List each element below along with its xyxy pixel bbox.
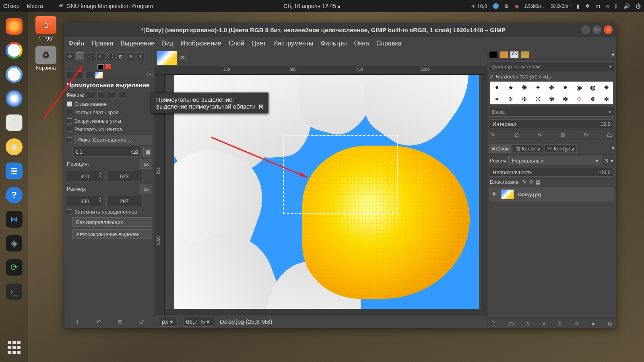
brush-item[interactable]: ◉: [572, 82, 586, 93]
layers-dock-menu[interactable]: ◂: [611, 144, 614, 153]
tab-brushes[interactable]: [489, 51, 498, 58]
menu-image[interactable]: Изображение: [181, 40, 221, 47]
dock-apps-button[interactable]: [8, 341, 21, 354]
tab-device[interactable]: [76, 72, 84, 79]
brush-edit-icon[interactable]: ✎: [491, 132, 495, 138]
brush-item[interactable]: ✺: [518, 82, 531, 93]
fixed-type-dropdown[interactable]: Фикс. Соотношение …: [74, 135, 152, 144]
dock-remote[interactable]: ⟳: [6, 259, 23, 276]
size-h-input[interactable]: 297: [106, 196, 142, 206]
brush-item[interactable]: ◍: [586, 82, 599, 93]
opt-feather[interactable]: Растушевать края: [64, 108, 155, 117]
tool-move[interactable]: ✥: [66, 52, 74, 60]
dock-writer[interactable]: ≣: [6, 162, 23, 179]
brush-item[interactable]: ❊: [531, 93, 545, 105]
brush-refresh-icon[interactable]: ↻: [584, 132, 588, 138]
lock-position-icon[interactable]: ✥: [529, 179, 533, 185]
opt-center[interactable]: Рисовать из центра: [64, 125, 155, 134]
brush-item[interactable]: ❋: [545, 82, 558, 93]
guides-dropdown[interactable]: Без направляющих: [72, 217, 152, 227]
dock-gripper[interactable]: ⋯⋯: [487, 140, 616, 143]
menu-layer[interactable]: Слой: [229, 40, 244, 47]
lock-pixels-icon[interactable]: ✎: [522, 179, 526, 185]
reset-icon[interactable]: ↺: [139, 319, 144, 326]
save-preset-icon[interactable]: ⤓: [75, 319, 80, 326]
menu-windows[interactable]: Окна: [354, 40, 369, 47]
image-tab-close[interactable]: ⊠: [179, 55, 186, 61]
status-unit-dropdown[interactable]: px ▾: [159, 317, 178, 327]
tool-rect-select[interactable]: ▭: [76, 52, 84, 60]
app-menu[interactable]: 👁 GNU Image Manipulation Program: [58, 3, 153, 9]
layer-row[interactable]: 👁 Daisy.jpg: [489, 187, 614, 202]
layer-mask-icon[interactable]: ▣: [590, 320, 596, 327]
status-zoom-dropdown[interactable]: 66,7 % ▾: [183, 317, 214, 327]
brush-item[interactable]: ✢: [572, 93, 586, 105]
mode-intersect[interactable]: [118, 91, 126, 99]
battery-icon[interactable]: ▮: [577, 3, 580, 9]
mode-switch-icon[interactable]: ⤭ ▾: [605, 158, 613, 164]
dock-terminal[interactable]: ›_: [6, 283, 23, 300]
brush-item[interactable]: ❈: [504, 93, 517, 105]
brush-item[interactable]: ✶: [490, 93, 504, 105]
brush-item[interactable]: ❉: [518, 93, 531, 105]
layer-group-icon[interactable]: 🗀: [508, 320, 514, 327]
titlebar[interactable]: *[Daisy] (импортировано)-1.0 (Цвета RGB …: [64, 23, 616, 37]
brush-item[interactable]: ✽: [559, 93, 572, 105]
close-button[interactable]: ✕: [604, 25, 613, 34]
desktop-home[interactable]: ⌂sergiy: [35, 16, 56, 41]
brush-open-icon[interactable]: 🗁: [607, 132, 613, 138]
tab-tool-options[interactable]: [66, 72, 74, 79]
brush-new-icon[interactable]: 🗋: [514, 132, 520, 138]
dock-thunderbird[interactable]: [6, 90, 23, 107]
selection-marquee[interactable]: [283, 135, 398, 214]
minimize-button[interactable]: –: [581, 25, 590, 34]
places-menu[interactable]: Места: [27, 3, 43, 9]
size-unit[interactable]: px: [140, 184, 152, 193]
menu-color[interactable]: Цвет: [252, 40, 266, 47]
dock-rhythmbox[interactable]: ◉: [6, 138, 23, 155]
layer-merge-icon[interactable]: ⫷: [573, 320, 579, 327]
tab-layers[interactable]: ≡ Слои: [489, 144, 512, 153]
mode-replace[interactable]: [87, 91, 95, 99]
weather-indicator[interactable]: ☀ 10,8: [471, 3, 487, 9]
volume-icon[interactable]: 🔊: [623, 3, 630, 9]
mode-add[interactable]: [97, 91, 105, 99]
menu-select[interactable]: Выделение: [120, 40, 155, 47]
qb-indicator[interactable]: [493, 3, 499, 9]
clock[interactable]: Сб, 10 апреля 12:45: [153, 3, 471, 9]
menu-filters[interactable]: Фильтры: [320, 40, 347, 47]
maximize-button[interactable]: □: [592, 25, 601, 34]
dock-files[interactable]: 🗀: [6, 114, 23, 131]
dock-tab-menu[interactable]: ◂: [147, 72, 153, 77]
brush-item[interactable]: ✾: [545, 93, 558, 105]
tool-free-select[interactable]: ◌: [86, 52, 94, 60]
v-scrollbar[interactable]: [481, 75, 487, 315]
menu-help[interactable]: Справка: [376, 40, 402, 47]
menu-view[interactable]: Вид: [162, 40, 173, 47]
h-scrollbar[interactable]: [165, 309, 487, 315]
tool-warp[interactable]: ≋: [126, 52, 134, 60]
brush-del-icon[interactable]: ⊠: [560, 132, 565, 138]
image-tab-daisy[interactable]: [157, 51, 178, 65]
ratio-field[interactable]: 1:1⌫: [72, 147, 141, 156]
layer-down-icon[interactable]: ∨: [542, 320, 546, 327]
delete-preset-icon[interactable]: ⊠: [118, 319, 123, 326]
pos-unit[interactable]: px: [140, 159, 152, 169]
brush-item[interactable]: ❅: [586, 93, 599, 105]
size-w-input[interactable]: 430▲▼: [67, 196, 103, 206]
menu-edit[interactable]: Правка: [91, 40, 113, 47]
brush-item[interactable]: ●: [559, 82, 572, 93]
mode-subtract[interactable]: [108, 91, 116, 99]
opt-darken[interactable]: Затемнить невыделенное: [64, 208, 155, 216]
tab-history[interactable]: [520, 51, 529, 58]
activities-button[interactable]: Обзор: [3, 3, 19, 9]
dock-vscode[interactable]: ⋈: [6, 211, 23, 228]
a11y-icon[interactable]: ✲: [585, 3, 590, 9]
autoshrink-button[interactable]: Автосокращение выделен: [72, 229, 152, 239]
brush-item[interactable]: ✼: [600, 93, 613, 105]
tab-fonts[interactable]: Aa: [510, 51, 519, 58]
layer-delete-icon[interactable]: ⊠: [608, 320, 613, 327]
dock-firefox[interactable]: [6, 18, 23, 35]
layer-new-icon[interactable]: 🗋: [491, 320, 496, 327]
tool-bucket[interactable]: ▾: [136, 52, 144, 60]
